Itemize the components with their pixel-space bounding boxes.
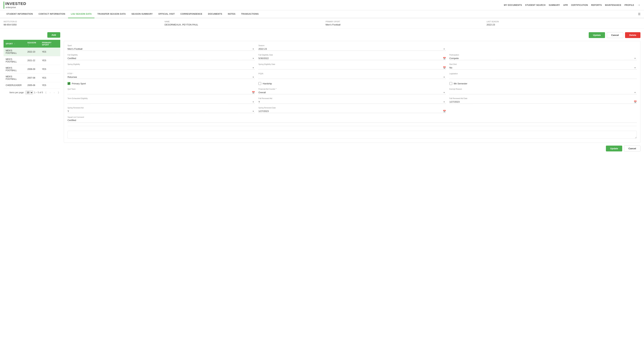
nav-student-search[interactable]: STUDENT SEARCH: [525, 4, 546, 6]
financial-aid-counter-field: Financial Aid Counter * Overall Other ▼: [258, 88, 446, 94]
primary-sport-checkbox[interactable]: [68, 82, 70, 85]
tab-overflow-icon[interactable]: ☰: [638, 12, 640, 16]
participation-select[interactable]: Compete Did Not Compete: [450, 57, 637, 60]
ninth-semester-checkbox-group: 9th Semester: [450, 82, 637, 85]
red-shirt-select[interactable]: No Yes: [450, 66, 637, 69]
form-row-7: Term Exhausted Eligibility Yes No ▼ Fall…: [68, 97, 637, 104]
seasons-table: SPORT ↑ SEASON ↓ PRIMARY SPORT ↑ MEN'S F…: [4, 40, 60, 88]
add-button[interactable]: Add: [47, 32, 60, 38]
form-row-2: Fall Eligibility Certified Not Certified…: [68, 54, 637, 60]
pqn-select[interactable]: P Q N: [258, 75, 446, 79]
spring-renewed-date-calendar-icon[interactable]: 📅: [443, 110, 446, 113]
hardship-checkbox-group: Hardship: [258, 82, 446, 85]
quit-team-input[interactable]: [68, 91, 252, 94]
logo-bar: [4, 1, 4, 9]
tab-student-information[interactable]: STUDENT INFORMATION: [4, 10, 36, 18]
sport-label: Sport: [68, 45, 255, 46]
tab-documents[interactable]: DOCUMENTS: [205, 10, 225, 18]
tab-notes[interactable]: NOTES: [225, 10, 238, 18]
nav-apr[interactable]: APR: [563, 4, 568, 6]
table-row[interactable]: MEN'S FOOTBALL 2007-08 YES: [4, 74, 60, 82]
spring-renewed-date-field: Spring Renewed Date 📅: [258, 107, 446, 113]
hardship-checkbox-label: Hardship: [263, 82, 272, 85]
nav-my-documents[interactable]: MY DOCUMENTS: [504, 4, 522, 6]
sport-select[interactable]: Men's Football: [68, 47, 255, 51]
spring-eligibility-date-calendar-icon[interactable]: 📅: [443, 66, 446, 69]
tab-contact-information[interactable]: CONTACT INFORMATION: [36, 10, 68, 18]
fall-eligibility-select[interactable]: Certified Not Certified: [68, 57, 255, 60]
exempt-reason-field: Exempt Reason ▼: [450, 88, 637, 94]
financial-aid-counter-select[interactable]: Overall Other: [258, 91, 446, 94]
delete-button[interactable]: Delete: [625, 32, 640, 38]
tab-lsu-season-data[interactable]: LSU SEASON DATA: [68, 10, 94, 18]
cell-season: 2022-23: [25, 48, 40, 56]
tab-transfer-season-data[interactable]: TRANSFER SEASON DATA: [94, 10, 128, 18]
items-per-page-select[interactable]: 10 25 50: [25, 91, 33, 94]
form-row-6: Quit Team 📅 Financial Aid Counter * Over…: [68, 88, 637, 94]
nav-maintenance[interactable]: MAINTENANCE: [605, 4, 621, 6]
table-row[interactable]: CHEERLEADER 2005-06 YES: [4, 82, 60, 88]
spring-eligibility-date-input[interactable]: [258, 66, 443, 69]
ninth-semester-checkbox[interactable]: [450, 82, 452, 85]
season-sort-icon: ↓: [28, 44, 29, 46]
fall-renewed-aid-field: Fall Renewed Aid Y N ▼: [258, 97, 446, 104]
fall-renewed-aid-date-field: Fall Renewed Aid Date 📅: [450, 97, 637, 104]
quit-team-calendar-icon[interactable]: 📅: [252, 91, 255, 94]
cell-season: 2005-06: [25, 82, 40, 88]
first-page-button[interactable]: ⟪: [44, 91, 48, 94]
term-exhausted-eligibility-select[interactable]: Yes No: [68, 100, 255, 104]
nav-certification[interactable]: CERTIFICATION: [571, 4, 588, 6]
update-button-top[interactable]: Update: [589, 32, 605, 38]
nav-summary[interactable]: SUMMARY: [549, 4, 560, 6]
spring-eligibility-date-label: Spring Eligibility Date: [258, 63, 446, 65]
table-row[interactable]: MEN'S FOOTBALL 2021-22 YES: [4, 56, 60, 65]
col-header-primary-sport[interactable]: PRIMARY SPORT ↑: [40, 40, 60, 48]
fall-renewed-aid-date-calendar-icon[interactable]: 📅: [634, 101, 637, 103]
nav-profile[interactable]: PROFILE: [624, 4, 634, 6]
notes-textarea[interactable]: [68, 131, 637, 139]
participation-field: Participation Compete Did Not Compete ▼: [450, 54, 637, 60]
quit-team-field: Quit Team 📅: [68, 88, 255, 94]
update-button-bottom[interactable]: Update: [606, 146, 622, 152]
cancel-button-bottom[interactable]: Cancel: [624, 146, 640, 152]
exempt-reason-label: Exempt Reason: [450, 88, 637, 90]
col-header-sport[interactable]: SPORT ↑: [4, 40, 25, 48]
legislation-input[interactable]: [450, 75, 637, 79]
tab-official-visit[interactable]: OFFICIAL VISIT: [156, 10, 178, 18]
col-header-season[interactable]: SEASON ↓: [25, 40, 40, 48]
fall-renewed-aid-select[interactable]: Y N: [258, 100, 446, 104]
cancel-button-top[interactable]: Cancel: [607, 32, 623, 38]
nav-reports[interactable]: REPORTS: [591, 4, 602, 6]
institution-id-value: 98-654-5350: [4, 23, 17, 26]
last-season-label: Last Season: [487, 21, 641, 23]
sport-sort-icon: ↑: [14, 43, 15, 45]
spring-eligibility-select[interactable]: Certified Not Certified: [68, 66, 255, 69]
logout-icon[interactable]: →: [637, 3, 640, 7]
table-row[interactable]: MEN'S FOOTBALL 2022-23 YES: [4, 48, 60, 56]
fall-eligibility-date-calendar-icon[interactable]: 📅: [443, 57, 446, 60]
last-page-button[interactable]: ⟫: [57, 91, 60, 94]
spring-renewed-date-input[interactable]: [258, 110, 443, 113]
spring-renewed-aid-select[interactable]: Y N: [68, 110, 255, 113]
fall-renewed-aid-date-label: Fall Renewed Aid Date: [450, 97, 637, 99]
tab-season-summary[interactable]: SEASON SUMMARY: [129, 10, 156, 18]
season-select[interactable]: 2022-23: [258, 47, 446, 51]
primary-sport-checkbox-group: Primary Sport: [68, 82, 255, 85]
fall-renewed-aid-date-input[interactable]: [450, 100, 634, 104]
page-info: 1 – 5 of 5: [34, 91, 43, 94]
spring-renewed-aid-field: Spring Renewed Aid Y N ▼: [68, 107, 255, 113]
cell-primary-sport: YES: [40, 74, 60, 82]
last-season-value: 2022-23: [487, 23, 495, 26]
hardship-checkbox[interactable]: [258, 82, 261, 85]
form-section: Sport Men's Football ▼ Season 2022-23: [64, 41, 640, 143]
ftr-select[interactable]: Freshman Transfer Returnee: [68, 75, 255, 79]
fall-eligibility-date-input[interactable]: [258, 57, 443, 60]
tab-correspondence[interactable]: CORRESPONDENCE: [178, 10, 205, 18]
cell-primary-sport: YES: [40, 56, 60, 65]
tab-transactions[interactable]: TRANSACTIONS: [238, 10, 262, 18]
exempt-reason-select[interactable]: [450, 91, 637, 94]
next-page-button[interactable]: ›: [53, 91, 56, 94]
fall-eligibility-date-label: Fall Eligibility Date: [258, 54, 446, 56]
prev-page-button[interactable]: ‹: [49, 91, 52, 94]
table-row[interactable]: MEN'S FOOTBALL 2008-09 YES: [4, 65, 60, 74]
